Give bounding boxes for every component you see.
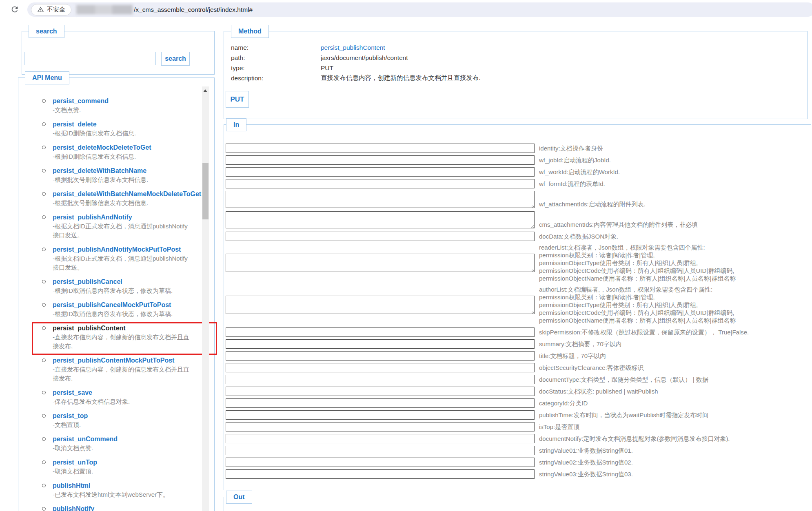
api-method-link[interactable]: persist_publishAndNotifyMockPutToPost (53, 246, 181, 253)
api-menu-item[interactable]: persist_top -文档置顶. (42, 411, 193, 429)
in-field-label-line: isTop:是否置顶 (539, 423, 579, 430)
api-menu-item[interactable]: persist_unCommend -取消文档点赞. (42, 435, 193, 453)
in-field-wrap (226, 211, 535, 228)
method-row: path: jaxrs/document/publish/content (231, 53, 481, 63)
api-method-description: -已发布文档发送html文本到webServer下。 (53, 490, 193, 499)
in-field-label-line: stringValue01:业务数据String值01. (539, 447, 633, 454)
in-field-label-line: documentNotify:定时发布文档消息提醒对象(参数同消息发布接口对象)… (539, 435, 730, 442)
api-method-link[interactable]: persist_delete (53, 121, 97, 128)
api-method-link[interactable]: persist_unCommend (53, 436, 118, 442)
api-method-link[interactable]: persist_commend (53, 97, 109, 104)
in-field-label: authorList:文档编辑者,，Json数组，权限对象需要包含四个属性:pe… (539, 285, 736, 324)
bullet-icon (42, 484, 46, 487)
search-input[interactable] (24, 52, 156, 65)
in-textarea[interactable] (226, 254, 535, 272)
in-field-label-line: permission权限类别：读者|阅读|作者|管理, (539, 251, 736, 259)
in-textarea[interactable] (226, 296, 535, 314)
api-method-link[interactable]: publishHtml (53, 482, 90, 489)
in-textarea[interactable] (226, 211, 535, 228)
scrollbar-up-arrow-icon[interactable] (203, 89, 207, 92)
in-text-input[interactable] (226, 179, 535, 188)
in-field-label-line: wf_formId:流程的表单Id. (539, 180, 605, 187)
api-menu-item[interactable]: persist_publishAndNotifyMockPutToPost -根… (42, 245, 193, 272)
in-text-input[interactable] (226, 375, 535, 384)
method-row-label: type: (231, 64, 321, 72)
search-button[interactable]: search (161, 52, 190, 66)
in-text-input[interactable] (226, 167, 535, 177)
api-method-link[interactable]: persist_deleteWithBatchName (53, 167, 146, 174)
api-method-description: -根据ID取消信息内容发布状态，修改为草稿. (53, 310, 193, 319)
api-menu-item[interactable]: persist_publishContentMockPutToPost -直接发… (42, 356, 193, 383)
api-method-description: -保存信息发布文档信息对象. (53, 397, 193, 406)
in-field-label-line: title:文档标题，70字以内 (539, 352, 606, 359)
in-text-input[interactable] (226, 351, 535, 361)
in-field-row: categoryId:分类ID (226, 398, 808, 408)
in-field-label: cms_attachmentIds:内容管理其他文档的附件列表，非必填 (539, 221, 698, 228)
in-text-input[interactable] (226, 469, 535, 479)
in-field-label-line: permissionObjectCode使用者编码：所有人|组织编码|人员UID… (539, 267, 736, 274)
method-row-value: PUT (321, 64, 333, 72)
in-text-input[interactable] (226, 339, 535, 349)
api-method-link[interactable]: publishNotify (53, 505, 94, 511)
security-chip[interactable]: 不安全 (31, 4, 71, 15)
api-method-description: -文档置顶. (53, 420, 193, 429)
in-text-input[interactable] (226, 422, 535, 431)
api-menu-item[interactable]: publishHtml -已发布文档发送html文本到webServer下。 (42, 481, 193, 499)
method-row-value: persist_publishContent (321, 44, 385, 51)
api-menu-item[interactable]: persist_commend -文档点赞. (42, 97, 193, 115)
api-menu-item[interactable]: publishNotify (42, 504, 193, 511)
put-button[interactable]: PUT (226, 91, 249, 108)
in-field-label-line: stringValue03:业务数据String值03. (539, 471, 633, 478)
in-text-input[interactable] (226, 398, 535, 408)
in-field-row: cms_attachmentIds:内容管理其他文档的附件列表，非必填 (226, 211, 808, 228)
api-method-link[interactable]: persist_deleteMockDeleteToGet (53, 144, 151, 151)
api-method-description: -文档点赞. (53, 106, 193, 115)
in-field-label: docStatus:文档状态: published | waitPublish (539, 388, 658, 395)
api-method-link[interactable]: persist_top (53, 412, 88, 419)
in-field-wrap (226, 446, 535, 455)
api-menu-item[interactable]: persist_deleteWithBatchName -根据批次号删除信息发布… (42, 166, 193, 184)
in-text-input[interactable] (226, 363, 535, 372)
api-menu-item[interactable]: persist_publishCancel -根据ID取消信息内容发布状态，修改… (42, 277, 193, 295)
api-method-link[interactable]: persist_publishAndNotify (53, 214, 132, 221)
api-menu-item[interactable]: persist_deleteMockDeleteToGet -根据ID删除信息发… (42, 143, 193, 161)
bullet-icon (42, 215, 46, 219)
in-field-label-line: summary:文档摘要，70字以内 (539, 341, 622, 347)
in-field-label: wf_workId:启动流程的WorkId. (539, 168, 620, 175)
in-text-input[interactable] (226, 232, 535, 241)
api-method-link[interactable]: persist_publishCancel (53, 278, 122, 285)
api-method-link[interactable]: persist_deleteWithBatchNameMockDeleteToG… (53, 190, 201, 197)
in-text-input[interactable] (226, 144, 535, 153)
in-text-input[interactable] (226, 434, 535, 443)
in-field-wrap (226, 363, 535, 372)
api-menu-item[interactable]: persist_publishAndNotify -根据文档ID正式发布文档，消… (42, 213, 193, 240)
api-menu-item[interactable]: persist_publishContent -直接发布信息内容，创建新的信息发… (42, 324, 193, 351)
in-field-row: stringValue01:业务数据String值01. (226, 446, 808, 455)
in-field-label: summary:文档摘要，70字以内 (539, 341, 622, 347)
api-menu-item[interactable]: persist_deleteWithBatchNameMockDeleteToG… (42, 190, 193, 208)
in-text-input[interactable] (226, 387, 535, 396)
in-field-row: readerList:文档读者，Json数组，权限对象需要包含四个属性:perm… (226, 243, 808, 282)
api-menu-item[interactable]: persist_save -保存信息发布文档信息对象. (42, 388, 193, 406)
in-textarea[interactable] (226, 191, 535, 208)
in-text-input[interactable] (226, 327, 535, 337)
reload-icon[interactable] (10, 5, 19, 14)
in-text-input[interactable] (226, 155, 535, 165)
in-text-input[interactable] (226, 410, 535, 420)
in-text-input[interactable] (226, 446, 535, 455)
menu-scrollbar-thumb[interactable] (202, 163, 209, 219)
api-method-description: -直接发布信息内容，创建新的信息发布文档并且直接发布. (53, 365, 193, 383)
api-menu-item[interactable]: persist_unTop -取消文档置顶. (42, 458, 193, 476)
bullet-icon (42, 248, 46, 251)
api-method-link[interactable]: persist_publishContentMockPutToPost (53, 357, 174, 364)
url-bar[interactable]: 不安全 /x_cms_assemble_control/jest/index.h… (27, 2, 812, 17)
api-method-link[interactable]: persist_save (53, 389, 92, 396)
in-text-input[interactable] (226, 458, 535, 467)
api-menu-item[interactable]: persist_delete -根据ID删除信息发布文档信息. (42, 120, 193, 138)
api-method-link[interactable]: persist_publishContent (53, 325, 126, 332)
api-menu-item[interactable]: persist_publishCancelMockPutToPost -根据ID… (42, 301, 193, 319)
in-field-wrap (226, 410, 535, 420)
api-method-link[interactable]: persist_publishCancelMockPutToPost (53, 301, 171, 308)
menu-scrollbar[interactable] (202, 86, 209, 511)
api-method-link[interactable]: persist_unTop (53, 459, 97, 466)
